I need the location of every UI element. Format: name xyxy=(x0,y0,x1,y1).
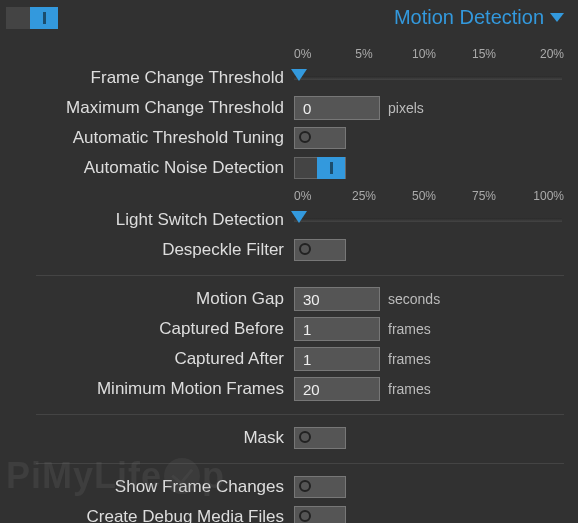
divider xyxy=(36,414,564,415)
auto-noise-label: Automatic Noise Detection xyxy=(0,158,290,178)
captured-before-label: Captured Before xyxy=(0,319,290,339)
light-switch-label: Light Switch Detection xyxy=(0,210,290,230)
divider xyxy=(36,463,564,464)
show-changes-toggle[interactable] xyxy=(294,476,346,498)
motion-gap-unit: seconds xyxy=(388,291,440,307)
captured-before-unit: frames xyxy=(388,321,431,337)
light-switch-ticks: 0%25%50%75%100% xyxy=(0,189,578,203)
divider xyxy=(36,275,564,276)
mask-toggle[interactable] xyxy=(294,427,346,449)
frame-change-label: Frame Change Threshold xyxy=(0,68,290,88)
despeckle-toggle[interactable] xyxy=(294,239,346,261)
min-motion-label: Minimum Motion Frames xyxy=(0,379,290,399)
min-motion-input[interactable] xyxy=(294,377,380,401)
chevron-down-icon xyxy=(550,13,564,22)
min-motion-unit: frames xyxy=(388,381,431,397)
auto-tune-label: Automatic Threshold Tuning xyxy=(0,128,290,148)
captured-after-label: Captured After xyxy=(0,349,290,369)
motion-gap-input[interactable] xyxy=(294,287,380,311)
frame-change-ticks: 0%5%10%15%20% xyxy=(0,47,578,61)
max-change-label: Maximum Change Threshold xyxy=(0,98,290,118)
despeckle-label: Despeckle Filter xyxy=(0,240,290,260)
captured-after-input[interactable] xyxy=(294,347,380,371)
max-change-unit: pixels xyxy=(388,100,424,116)
captured-after-unit: frames xyxy=(388,351,431,367)
auto-tune-toggle[interactable] xyxy=(294,127,346,149)
mask-label: Mask xyxy=(0,428,290,448)
show-changes-label: Show Frame Changes xyxy=(0,477,290,497)
max-change-input[interactable] xyxy=(294,96,380,120)
section-enable-toggle[interactable] xyxy=(6,7,58,29)
debug-media-toggle[interactable] xyxy=(294,506,346,523)
captured-before-input[interactable] xyxy=(294,317,380,341)
light-switch-slider[interactable] xyxy=(294,218,562,222)
motion-gap-label: Motion Gap xyxy=(0,289,290,309)
section-title: Motion Detection xyxy=(394,6,544,29)
auto-noise-toggle[interactable] xyxy=(294,157,346,179)
section-header[interactable]: Motion Detection xyxy=(394,6,564,29)
frame-change-slider[interactable] xyxy=(294,76,562,80)
debug-media-label: Create Debug Media Files xyxy=(0,507,290,523)
